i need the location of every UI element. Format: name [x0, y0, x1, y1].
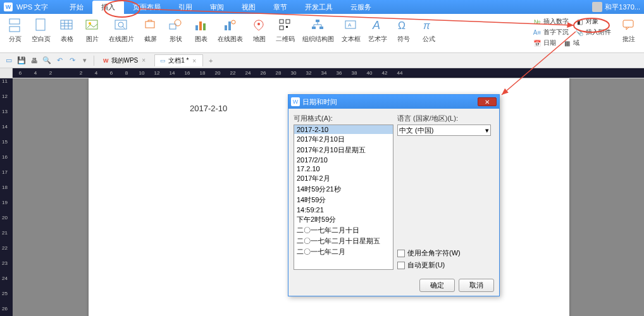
ribbon-charushuzi[interactable]: №插入数字: [530, 16, 571, 27]
format-item[interactable]: 2017年2月: [294, 173, 393, 184]
textbox-icon: A: [342, 16, 360, 34]
ribbon-jieping[interactable]: 截屏: [138, 15, 163, 52]
format-item[interactable]: 2017/2/10: [294, 155, 393, 164]
online-chart-icon: [221, 16, 239, 34]
ribbon-zuzhijiegoutu[interactable]: 组织结构图: [299, 15, 338, 52]
format-item[interactable]: 14时59分: [294, 195, 393, 205]
tab-zhangjie[interactable]: 章节: [264, 1, 296, 14]
tab-shitu[interactable]: 视图: [233, 1, 264, 14]
number-icon: №: [533, 17, 542, 26]
field-icon: ▦: [562, 39, 571, 47]
ruler-horizontal: 6422468101214161820222426283032343638404…: [0, 68, 644, 78]
fullwidth-checkbox-row[interactable]: 使用全角字符(W): [397, 248, 494, 258]
ruler-vertical[interactable]: 11121314151617181920212223242526: [0, 78, 13, 316]
svg-text:π: π: [423, 20, 430, 31]
wps-tab-icon: W: [103, 58, 109, 64]
quick-access-toolbar: ▭ 💾 🖶 🔍 ↶ ↷ ▾ W 我的WPS × ▭ 文档1 * × +: [0, 53, 644, 68]
svg-rect-16: [195, 25, 198, 30]
ruler-corner: [0, 68, 13, 78]
format-item[interactable]: 17.2.10: [294, 164, 393, 173]
undo-icon[interactable]: ↶: [54, 56, 65, 66]
ribbon-zaixiantubiao[interactable]: 在线图表: [214, 15, 247, 52]
print-preview-icon[interactable]: 🔍: [42, 56, 52, 66]
dialog-close-button[interactable]: ✕: [478, 97, 497, 106]
doc-tab-wendang1[interactable]: ▭ 文档1 * ×: [154, 54, 203, 66]
tab-kaishi[interactable]: 开始: [61, 1, 92, 14]
autoupdate-checkbox-row[interactable]: 自动更新(U): [397, 260, 494, 270]
checkbox-icon: [397, 250, 405, 257]
tab-yinyong[interactable]: 引用: [170, 1, 201, 14]
language-label: 语言 (国家/地区)(L):: [397, 114, 494, 123]
ok-button[interactable]: 确定: [419, 279, 455, 292]
svg-rect-0: [9, 19, 20, 24]
svg-rect-1: [9, 27, 20, 32]
dropdown-icon[interactable]: ▾: [80, 56, 90, 66]
close-icon[interactable]: ×: [191, 58, 197, 64]
ribbon-riqi[interactable]: 📅日期: [530, 38, 559, 48]
redo-icon[interactable]: ↷: [67, 56, 77, 66]
svg-rect-2: [36, 19, 45, 30]
svg-rect-23: [280, 20, 283, 23]
ribbon-charufujian[interactable]: 📎插入附件: [573, 27, 614, 37]
ribbon-yishuzi[interactable]: A艺术字: [364, 15, 391, 52]
format-item[interactable]: 2017-2-10: [294, 125, 393, 134]
ruler[interactable]: 6422468101214161820222426283032343638404…: [13, 68, 644, 78]
doc-tab-wps[interactable]: W 我的WPS ×: [98, 55, 152, 66]
save-icon[interactable]: 💾: [16, 56, 27, 66]
screenshot-icon: [142, 16, 159, 34]
ribbon-kongbaiye[interactable]: 空白页: [28, 15, 54, 52]
ribbon-duixiang[interactable]: ◧对象: [573, 16, 601, 27]
format-item[interactable]: 14:59:21: [294, 205, 393, 214]
format-item[interactable]: 下午2时59分: [294, 214, 393, 225]
ribbon-xingzhuang[interactable]: 形状: [163, 15, 189, 52]
format-list[interactable]: 2017-2-102017年2月10日2017年2月10日星期五2017/2/1…: [294, 125, 393, 270]
ribbon-gongshi[interactable]: π公式: [416, 15, 442, 52]
format-item[interactable]: 二〇一七年二月: [294, 246, 393, 257]
tab-kaifagongju[interactable]: 开发工具: [296, 1, 342, 14]
tab-yemianbuju[interactable]: 页面布局: [124, 1, 170, 14]
ribbon-pizhu[interactable]: 批注: [616, 15, 641, 52]
print-icon[interactable]: 🖶: [29, 56, 39, 66]
ribbon-tubiao[interactable]: 图表: [189, 15, 214, 52]
format-item[interactable]: 2017年2月10日星期五: [294, 145, 393, 155]
user-info[interactable]: 和平1370...: [592, 2, 640, 12]
ribbon-biaoge[interactable]: 表格: [54, 15, 80, 52]
svg-point-11: [118, 22, 123, 27]
user-name: 和平1370...: [605, 3, 640, 12]
svg-point-21: [232, 20, 235, 24]
wps-logo-icon: W: [4, 3, 13, 11]
close-icon[interactable]: ×: [140, 57, 147, 64]
date-time-dialog: W 日期和时间 ✕ 可用格式(A): 2017-2-102017年2月10日20…: [288, 94, 500, 296]
add-tab-icon[interactable]: +: [206, 56, 216, 66]
ribbon-zaixiantupian[interactable]: 在线图片: [105, 15, 138, 52]
symbol-icon: Ω: [395, 16, 412, 34]
format-item[interactable]: 二〇一七年二月十日星期五: [294, 236, 393, 246]
object-icon: ◧: [575, 17, 584, 26]
svg-text:A: A: [372, 19, 380, 32]
cancel-button[interactable]: 取消: [459, 279, 494, 292]
language-select[interactable]: 中文 (中国) ▾: [397, 125, 491, 136]
format-item[interactable]: 14时59分21秒: [294, 184, 393, 195]
tab-charu[interactable]: 插入: [92, 1, 124, 14]
ribbon-fuhao[interactable]: Ω符号: [391, 15, 416, 52]
svg-point-9: [89, 22, 91, 25]
tab-yunfuwu[interactable]: 云服务: [342, 1, 380, 14]
ribbon-ditu[interactable]: 地图: [247, 15, 272, 52]
ribbon-wenbenkuang[interactable]: A文本框: [338, 15, 364, 52]
tab-shenyue[interactable]: 审阅: [201, 1, 233, 14]
ribbon-tupian[interactable]: 图片: [80, 15, 105, 52]
svg-point-15: [175, 20, 181, 26]
ribbon-fenye[interactable]: 分页: [3, 15, 28, 52]
ribbon-yu[interactable]: ▦域: [560, 38, 582, 48]
new-icon[interactable]: ▭: [4, 56, 14, 66]
ribbon-erweima[interactable]: 二维码: [272, 15, 299, 52]
ribbon-shouzixiachen[interactable]: A≡首字下沉: [530, 27, 571, 37]
dialog-title-bar[interactable]: W 日期和时间 ✕: [288, 95, 499, 109]
format-item[interactable]: 二〇一七年二月十日: [294, 225, 393, 236]
qrcode-icon: [276, 16, 294, 34]
dialog-icon: W: [291, 97, 300, 106]
picture-icon: [84, 16, 101, 34]
format-item[interactable]: 2017年2月10日: [294, 134, 393, 145]
shapes-icon: [167, 16, 185, 34]
svg-rect-19: [225, 25, 227, 30]
